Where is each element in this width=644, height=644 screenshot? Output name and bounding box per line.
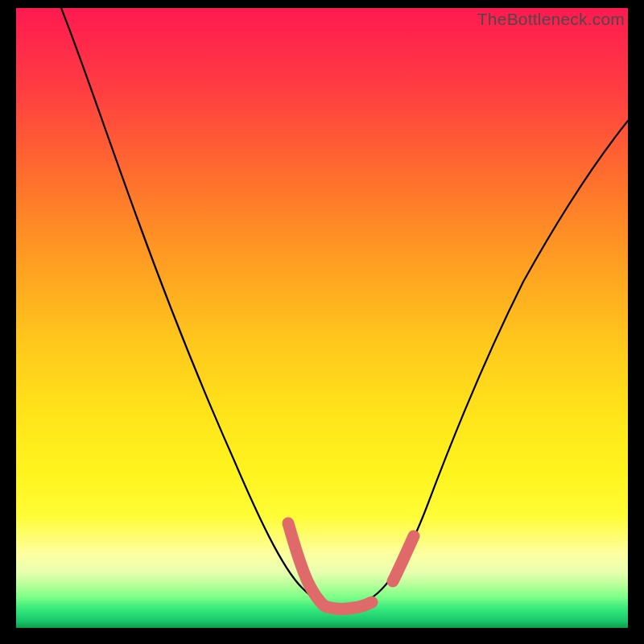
watermark-text: TheBottleneck.com [477, 10, 625, 29]
middle-thick-segment [327, 602, 372, 609]
plot-area [16, 8, 628, 628]
bottleneck-curve [61, 8, 628, 609]
left-thick-segment [288, 523, 324, 605]
right-thick-segment [393, 536, 414, 581]
bottleneck-plot-svg [16, 8, 628, 628]
chart-frame: TheBottleneck.com [0, 0, 644, 644]
